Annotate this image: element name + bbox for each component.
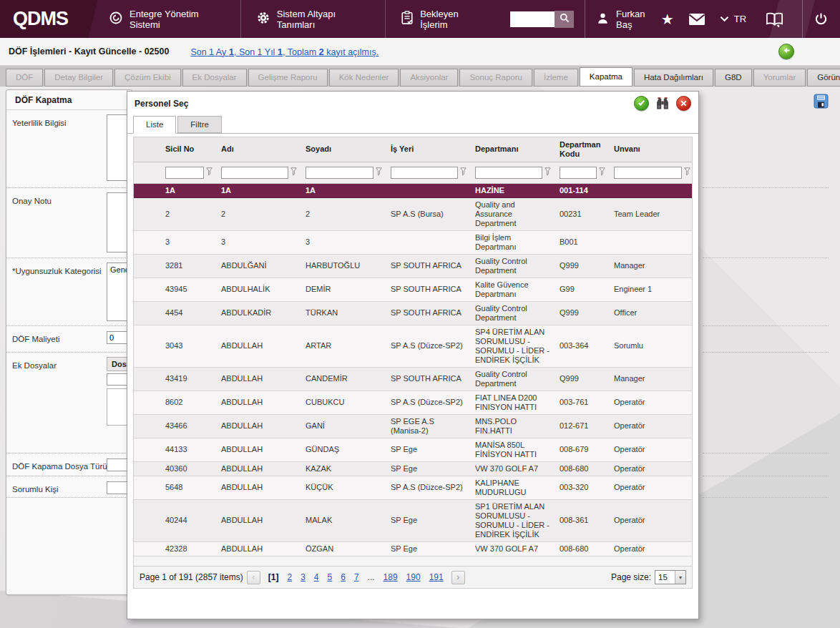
tab-görüntüle[interactable]: Görüntüle	[807, 69, 840, 87]
dialog-tab-liste[interactable]: Liste	[133, 116, 176, 134]
filter-funnel-icon[interactable]	[206, 167, 213, 178]
cell: ABDULHALİK	[217, 278, 301, 301]
cell: 44133	[161, 438, 217, 461]
filter-cell	[555, 162, 610, 183]
pager-page-link[interactable]: 7	[354, 572, 359, 582]
pager-ellipsis: ...	[368, 572, 375, 582]
filter-funnel-icon[interactable]	[599, 167, 605, 178]
table-row[interactable]: 4454ABDULKADİRTÜRKANSP SOUTH AFRICAGuali…	[134, 301, 692, 325]
table-row[interactable]: 44133ABDULLAHGÜNDAŞSP EgeMANİSA 850L FİN…	[134, 438, 692, 461]
record-stats-link[interactable]: Son 1 Ay 1, Son 1 Yıl 1, Toplam 2 kayıt …	[190, 46, 379, 57]
filter-input[interactable]	[391, 167, 458, 179]
tab-g8d[interactable]: G8D	[715, 69, 752, 87]
cell: 5648	[161, 476, 217, 499]
pager-page-link[interactable]: 4	[314, 572, 319, 582]
table-row[interactable]: 40244ABDULLAHMALAKSP EgeSP1 ÜRETİM ALAN …	[134, 499, 692, 541]
dof-kapatma-panel: DÖF Kapatma Yeterlilik BilgisiOnay Notu*…	[6, 89, 132, 595]
table-row[interactable]: 5648ABDULLAHKÜÇÜKSP A.S (Düzce-SP2)KALIP…	[134, 476, 692, 499]
menu-item-1[interactable]: Entegre Yönetim Sistemi	[94, 0, 240, 38]
cell: DEMİR	[301, 278, 386, 301]
form-row-7: Sorumlu Kişi	[6, 476, 132, 498]
global-search-input[interactable]	[510, 11, 555, 27]
pager-page-link[interactable]: 6	[341, 572, 346, 582]
tab-hata-dağılımları[interactable]: Hata Dağılımları	[634, 69, 713, 87]
table-row[interactable]: 43945ABDULHALİKDEMİRSP SOUTH AFRICAKalit…	[134, 278, 692, 301]
confirm-button[interactable]	[634, 96, 649, 111]
top-menu: Entegre Yönetim SistemiSistem Altyapı Ta…	[87, 0, 499, 38]
pager-next-button[interactable]: ›	[451, 571, 465, 584]
cell: 008-680	[555, 461, 610, 476]
table-row[interactable]: 3281ABDULĞANİHARBUTOĞLUSP SOUTH AFRICAGu…	[134, 254, 692, 278]
cell: 3	[161, 230, 217, 254]
menu-item-2[interactable]: Sistem Altyapı Tanımları	[240, 0, 385, 38]
table-row[interactable]: 3043ABDULLAHARTARSP A.S (Düzce-SP2)SP4 Ü…	[134, 325, 692, 367]
search-icon	[559, 12, 570, 26]
column-header[interactable]: Unvanı	[610, 137, 692, 162]
filter-input[interactable]	[165, 167, 204, 179]
help-manual-book-icon[interactable]	[765, 11, 784, 28]
cell: Manager	[610, 367, 692, 391]
pager-page-link[interactable]: 191	[429, 572, 444, 582]
cell: HAZİNE	[471, 183, 555, 197]
filter-cell	[386, 162, 471, 183]
field-label: Onay Notu	[12, 197, 52, 205]
filter-input[interactable]	[221, 167, 288, 179]
form-row-separator	[703, 187, 829, 188]
tab-kapatma[interactable]: Kapatma	[580, 67, 633, 87]
search-button[interactable]	[555, 11, 574, 28]
filter-funnel-icon[interactable]	[544, 167, 551, 178]
cell: CUBUKCU	[301, 391, 386, 414]
cell: Officer	[610, 301, 692, 325]
close-button[interactable]	[676, 96, 691, 111]
messages-mail-icon[interactable]	[688, 13, 705, 26]
logout-power-icon[interactable]	[814, 11, 829, 26]
filter-input[interactable]	[306, 167, 373, 179]
filter-input[interactable]	[475, 167, 542, 179]
pager-page-link[interactable]: 3	[301, 572, 306, 582]
search-binoculars-button[interactable]	[655, 96, 670, 111]
language-selector[interactable]: TR	[720, 14, 746, 24]
favorites-star-icon[interactable]: ★	[661, 12, 674, 26]
pager-page-link[interactable]: 2	[287, 572, 292, 582]
table-row[interactable]: 40360ABDULLAHKAZAKSP EgeVW 370 GOLF A700…	[134, 461, 692, 476]
column-header[interactable]: Departmanı	[471, 137, 555, 162]
menu-item-3[interactable]: Bekleyen İşlerim	[385, 0, 499, 38]
filter-funnel-icon[interactable]	[684, 167, 690, 178]
field-label: *Uygunsuzluk Kategorisi	[12, 267, 102, 275]
column-header[interactable]: Sicil No	[161, 137, 217, 162]
filter-funnel-icon[interactable]	[460, 167, 467, 178]
page-size-select[interactable]: 15 ▾	[655, 570, 686, 584]
table-row[interactable]: 42328ABDULLAHÖZGANSP EgeVW 370 GOLF A700…	[134, 541, 692, 556]
filter-input[interactable]	[614, 167, 682, 179]
form-row-separator	[703, 453, 829, 453]
table-row[interactable]: 222SP A.S (Bursa)Quality and Assurance D…	[134, 197, 692, 230]
cell: G99	[555, 278, 610, 301]
back-button[interactable]	[778, 44, 794, 59]
qdms-logo[interactable]: QDMS	[0, 0, 87, 38]
cell: 003-320	[555, 476, 610, 499]
user-chip[interactable]: Furkan Baş	[596, 9, 661, 30]
filter-funnel-icon[interactable]	[290, 167, 297, 178]
pager-page-link[interactable]: 190	[406, 572, 421, 582]
table-row[interactable]: 1A1A1AHAZİNE001-114	[134, 183, 692, 197]
column-header[interactable]: Departman Kodu	[555, 137, 610, 162]
table-row[interactable]: 333Bilgi İşlem DepartmanıB001	[134, 230, 692, 254]
cell	[610, 183, 692, 197]
pager-page-link[interactable]: 5	[328, 572, 333, 582]
filter-input[interactable]	[560, 167, 597, 179]
dialog-tab-filtre[interactable]: Filtre	[177, 116, 222, 133]
column-header[interactable]: İş Yeri	[386, 137, 471, 162]
save-button[interactable]	[814, 94, 829, 112]
cell: 2	[161, 197, 217, 230]
column-header[interactable]: Soyadı	[301, 137, 386, 162]
row-gutter	[134, 499, 161, 541]
table-row[interactable]: 43466ABDULLAHGANİSP EGE A.S (Manisa-2)MN…	[134, 414, 692, 438]
cell: KAZAK	[301, 461, 386, 476]
table-row[interactable]: 8602ABDULLAHCUBUKCUSP A.S (Düzce-SP2)FIA…	[134, 391, 692, 414]
column-header[interactable]: Adı	[217, 137, 301, 162]
pager-page-link[interactable]: 189	[384, 572, 398, 582]
menu-item-label: Entegre Yönetim Sistemi	[130, 9, 225, 30]
filter-funnel-icon[interactable]	[376, 167, 382, 178]
pager-prev-button[interactable]: ‹	[247, 571, 260, 584]
table-row[interactable]: 43419ABDULLAHCANDEMİRSP SOUTH AFRICAGual…	[134, 367, 692, 391]
